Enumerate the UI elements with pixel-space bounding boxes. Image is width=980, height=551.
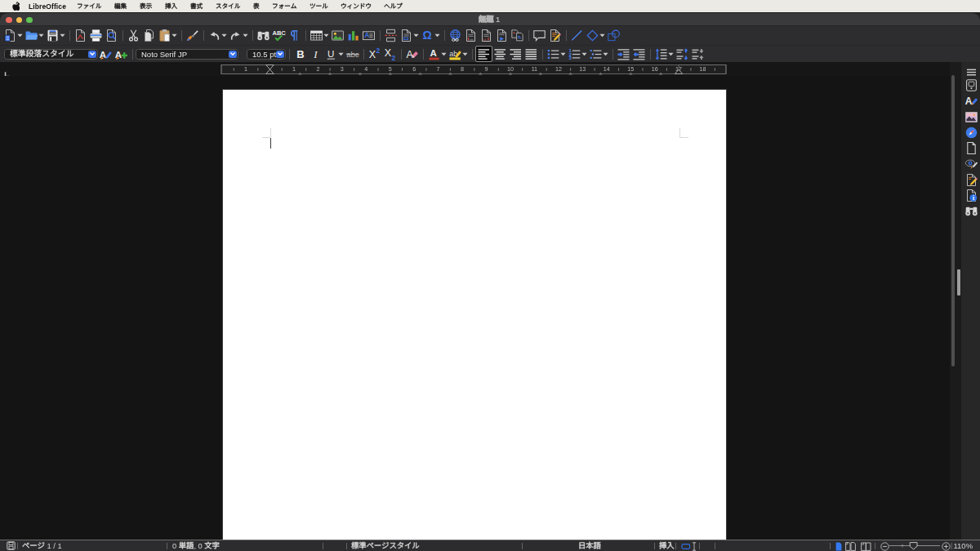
bold-button[interactable]: B: [292, 47, 308, 62]
book-view-button[interactable]: [861, 542, 871, 551]
sidebar-tab-style-inspector[interactable]: [964, 158, 978, 171]
font-name-dropdown-button[interactable]: [229, 51, 237, 58]
superscript-button[interactable]: X2: [367, 47, 382, 62]
insert-field-dropdown-arrow[interactable]: [412, 28, 420, 43]
insert-endnote-button[interactable]: [479, 28, 494, 43]
new-style-button[interactable]: A: [114, 47, 129, 62]
menubar-item-3[interactable]: [140, 2, 154, 11]
unordered-list-dropdown-arrow[interactable]: [559, 47, 567, 62]
sidebar-tab-gallery[interactable]: [964, 110, 978, 124]
menubar-item-2[interactable]: [114, 2, 128, 11]
special-character-dropdown-arrow[interactable]: [433, 28, 441, 43]
menu-app-name[interactable]: LibreOffice: [29, 2, 66, 11]
update-style-button[interactable]: A: [98, 47, 114, 62]
insert-mode-status[interactable]: [659, 540, 675, 551]
page-break-button[interactable]: [383, 28, 399, 43]
draw-functions-button[interactable]: [606, 28, 621, 43]
sidebar-settings-button[interactable]: [964, 65, 978, 79]
justify-button[interactable]: [523, 47, 539, 62]
document-page[interactable]: [222, 89, 728, 540]
align-right-button[interactable]: [508, 47, 523, 62]
sidebar-tab-styles[interactable]: A: [964, 94, 978, 108]
align-left-button[interactable]: [475, 46, 492, 62]
insert-comment-button[interactable]: [532, 28, 547, 43]
paragraph-style-combobox[interactable]: [4, 49, 98, 60]
para-space-decrease-button[interactable]: [690, 47, 706, 62]
underline-dropdown-arrow[interactable]: [336, 47, 345, 62]
vertical-scrollbar-thumb[interactable]: [951, 75, 956, 367]
sidebar-tab-find[interactable]: [964, 204, 978, 218]
hyperlink-button[interactable]: [448, 28, 463, 43]
menubar-item-5[interactable]: [190, 2, 204, 11]
document-area[interactable]: [0, 76, 950, 540]
zoom-slider[interactable]: [889, 540, 942, 551]
sidebar-tab-page[interactable]: [964, 141, 978, 155]
insert-image-button[interactable]: [330, 28, 345, 43]
save-dropdown-arrow[interactable]: [58, 28, 66, 43]
print-preview-button[interactable]: [104, 28, 119, 43]
find-replace-button[interactable]: [256, 28, 271, 43]
clone-formatting-button[interactable]: [185, 28, 200, 43]
outline-list-dropdown-arrow[interactable]: [601, 47, 609, 62]
zoom-level-status[interactable]: 110%: [954, 540, 973, 551]
font-color-dropdown-arrow[interactable]: [439, 47, 448, 62]
copy-button[interactable]: [141, 28, 157, 43]
clear-formatting-button[interactable]: A: [404, 47, 420, 62]
new-document-dropdown-arrow[interactable]: [16, 28, 24, 43]
apple-logo-icon[interactable]: [12, 2, 20, 11]
zoom-out-button[interactable]: [880, 542, 889, 551]
menubar-item-8[interactable]: [272, 2, 298, 11]
insert-bookmark-button[interactable]: [494, 28, 510, 43]
formatting-marks-button[interactable]: [287, 28, 302, 43]
page-number-status[interactable]: 1 / 1: [22, 540, 63, 551]
line-spacing-dropdown-arrow[interactable]: [666, 47, 675, 62]
insert-text-box-button[interactable]: A: [361, 28, 376, 43]
indent-decrease-button[interactable]: [631, 47, 647, 62]
redo-dropdown-arrow[interactable]: [241, 28, 249, 43]
document-save-status[interactable]: [7, 540, 16, 551]
word-count-status[interactable]: 0 , 0: [172, 540, 220, 551]
font-size-combobox[interactable]: 10.5 pt: [247, 49, 286, 60]
menubar-item-6[interactable]: [216, 2, 242, 11]
font-name-combobox[interactable]: Noto Serif JP: [136, 49, 238, 60]
sidebar-tab-manage-changes[interactable]: [964, 173, 978, 187]
subscript-button[interactable]: X2: [382, 47, 398, 62]
paragraph-style-dropdown-button[interactable]: [88, 51, 96, 58]
open-dropdown-arrow[interactable]: [37, 28, 45, 43]
insert-line-button[interactable]: [569, 28, 585, 43]
cross-reference-button[interactable]: [510, 28, 525, 43]
sidebar-tab-accessibility-check[interactable]: i: [964, 189, 978, 202]
indent-increase-button[interactable]: [616, 47, 631, 62]
italic-button[interactable]: I: [308, 47, 323, 62]
sidebar-toggle-handle[interactable]: [957, 269, 960, 295]
track-changes-button[interactable]: [547, 28, 563, 43]
spelling-button[interactable]: ABC: [271, 28, 287, 43]
sidebar-tab-properties[interactable]: [964, 78, 978, 92]
selection-mode-button[interactable]: [681, 543, 691, 550]
para-space-increase-button[interactable]: [675, 47, 690, 62]
insert-table-dropdown-arrow[interactable]: [322, 28, 330, 43]
highlight-color-dropdown-arrow[interactable]: [461, 47, 469, 62]
menubar-item-4[interactable]: [165, 2, 179, 11]
insert-chart-button[interactable]: [345, 28, 361, 43]
cut-button[interactable]: [126, 28, 141, 43]
align-center-button[interactable]: [492, 47, 508, 62]
ibeam-cursor-icon[interactable]: [692, 542, 697, 551]
window-title-bar[interactable]: 1: [0, 13, 980, 26]
ordered-list-dropdown-arrow[interactable]: [580, 47, 588, 62]
multi-page-view-button[interactable]: [845, 542, 856, 551]
menubar-item-9[interactable]: [310, 2, 329, 11]
horizontal-ruler[interactable]: 1234567891011121314151617181: [220, 62, 728, 76]
insert-footnote-button[interactable]: [463, 28, 479, 43]
page-style-status[interactable]: [351, 540, 421, 551]
export-pdf-button[interactable]: [73, 28, 88, 43]
strikethrough-button[interactable]: abe: [345, 47, 360, 62]
menubar-item-10[interactable]: [341, 2, 372, 11]
paste-dropdown-arrow[interactable]: [170, 28, 178, 43]
zoom-in-button[interactable]: [942, 542, 951, 551]
menubar-item-11[interactable]: [384, 2, 403, 11]
language-status[interactable]: [578, 540, 602, 551]
font-size-dropdown-button[interactable]: [276, 51, 284, 58]
print-button[interactable]: [88, 28, 104, 43]
undo-dropdown-arrow[interactable]: [220, 28, 228, 43]
